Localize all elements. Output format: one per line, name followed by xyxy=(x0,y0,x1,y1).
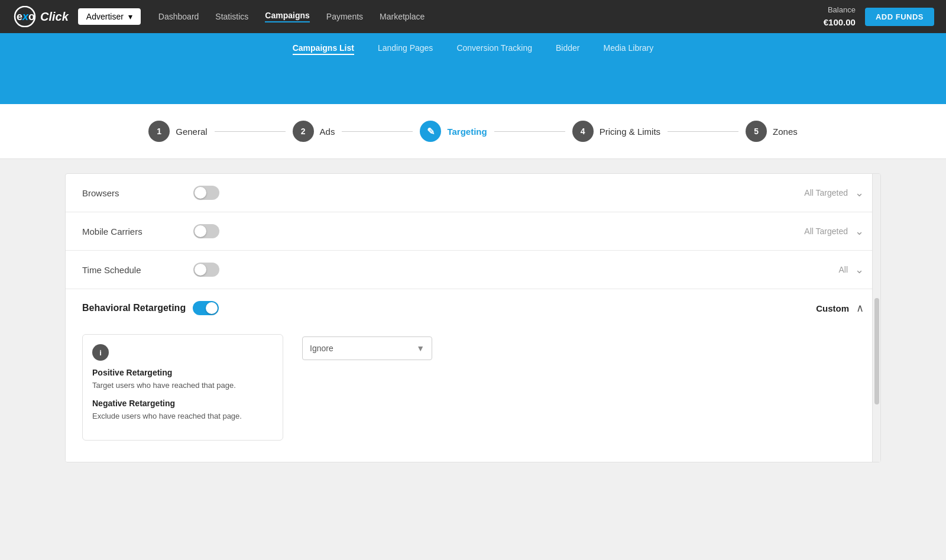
mobile-carriers-section: Mobile Carriers All Targeted ⌄ xyxy=(66,212,880,251)
balance-area: Balance €100.00 xyxy=(824,5,856,28)
advertiser-dropdown-button[interactable]: Advertiser ▾ xyxy=(78,8,141,25)
mobile-carriers-toggle[interactable] xyxy=(193,224,219,238)
header-blue-area xyxy=(0,63,946,104)
sub-navigation: Campaigns List Landing Pages Conversion … xyxy=(0,33,946,63)
sub-nav-landing-pages[interactable]: Landing Pages xyxy=(378,41,433,55)
mobile-carriers-toggle-thumb xyxy=(195,225,206,237)
step-connector-3-4 xyxy=(494,131,565,132)
behavioral-toggle-thumb xyxy=(206,302,218,314)
balance-amount: €100.00 xyxy=(824,16,856,28)
time-schedule-status-text: All xyxy=(838,265,848,274)
svg-text:o: o xyxy=(28,11,35,22)
stepper-container: 1 General 2 Ads ✎ Targeting 4 Pricing & … xyxy=(0,104,946,159)
step-2-circle: 2 xyxy=(293,121,314,142)
step-4-circle: 4 xyxy=(572,121,594,142)
step-ads: 2 Ads xyxy=(293,121,335,142)
time-schedule-toggle-thumb xyxy=(195,264,206,276)
browsers-label: Browsers xyxy=(82,188,189,198)
step-connector-4-5 xyxy=(668,131,738,132)
step-5-circle: 5 xyxy=(746,121,767,142)
svg-text:e: e xyxy=(17,11,22,22)
nav-payments[interactable]: Payments xyxy=(326,12,363,21)
time-schedule-toggle-track[interactable] xyxy=(193,263,219,277)
behavioral-toggle-track[interactable] xyxy=(193,301,219,315)
browsers-toggle[interactable] xyxy=(193,186,219,200)
positive-retargeting-title: Positive Retargeting xyxy=(92,368,273,377)
retargeting-dropdown-container: Ignore ▼ xyxy=(302,334,432,360)
nav-marketplace[interactable]: Marketplace xyxy=(380,12,425,21)
browsers-section: Browsers All Targeted ⌄ xyxy=(66,174,880,212)
logo: e x o Click xyxy=(12,6,69,27)
browsers-toggle-thumb xyxy=(195,187,206,199)
time-schedule-toggle[interactable] xyxy=(193,263,219,277)
time-schedule-label: Time Schedule xyxy=(82,265,189,275)
add-funds-button[interactable]: ADD FUNDS xyxy=(865,8,934,26)
behavioral-retargeting-header: Behavioral Retargeting Custom ∧ xyxy=(82,301,864,315)
time-schedule-section: Time Schedule All ⌄ xyxy=(66,251,880,289)
step-zones: 5 Zones xyxy=(746,121,798,142)
behavioral-toggle[interactable] xyxy=(193,301,219,315)
mobile-carriers-label: Mobile Carriers xyxy=(82,226,189,237)
negative-retargeting-title: Negative Retargeting xyxy=(92,399,273,408)
logo-icon: e x o xyxy=(12,6,38,27)
step-1-label: General xyxy=(176,127,207,137)
main-nav-links: Dashboard Statistics Campaigns Payments … xyxy=(158,11,824,22)
step-connector-1-2 xyxy=(215,131,286,132)
sub-nav-media-library[interactable]: Media Library xyxy=(603,41,653,55)
step-2-label: Ads xyxy=(320,127,335,137)
mobile-carriers-toggle-track[interactable] xyxy=(193,224,219,238)
browsers-status-text: All Targeted xyxy=(804,188,848,198)
behavioral-custom-label: Custom xyxy=(816,303,849,313)
dropdown-arrow-icon: ▾ xyxy=(128,12,132,21)
top-navigation: e x o Click Advertiser ▾ Dashboard Stati… xyxy=(0,0,946,33)
mobile-carriers-right: All Targeted ⌄ xyxy=(804,225,864,238)
mobile-carriers-chevron-icon[interactable]: ⌄ xyxy=(855,225,864,238)
retargeting-dropdown-value: Ignore xyxy=(310,344,333,353)
step-3-circle: ✎ xyxy=(420,121,441,142)
step-1-circle: 1 xyxy=(148,121,170,142)
campaign-stepper: 1 General 2 Ads ✎ Targeting 4 Pricing & … xyxy=(148,121,798,142)
nav-campaigns[interactable]: Campaigns xyxy=(265,11,309,22)
balance-label: Balance xyxy=(824,5,856,15)
nav-dashboard[interactable]: Dashboard xyxy=(158,12,199,21)
step-general: 1 General xyxy=(148,121,207,142)
advertiser-label: Advertiser xyxy=(86,12,124,21)
step-4-label: Pricing & Limits xyxy=(600,127,660,137)
behavioral-retargeting-section: Behavioral Retargeting Custom ∧ i Positi… xyxy=(66,289,880,462)
main-content-area: Browsers All Targeted ⌄ Mobile Carriers … xyxy=(65,173,881,462)
step-3-label: Targeting xyxy=(447,127,487,137)
time-schedule-right: All ⌄ xyxy=(838,263,864,276)
logo-text: Click xyxy=(40,10,69,24)
sub-nav-conversion-tracking[interactable]: Conversion Tracking xyxy=(456,41,532,55)
browsers-chevron-icon[interactable]: ⌄ xyxy=(855,186,864,199)
sub-nav-campaigns-list[interactable]: Campaigns List xyxy=(293,41,354,55)
nav-right-area: Balance €100.00 ADD FUNDS xyxy=(824,5,934,28)
scrollbar-track[interactable] xyxy=(872,174,880,462)
scrollbar-thumb[interactable] xyxy=(874,298,879,404)
nav-statistics[interactable]: Statistics xyxy=(215,12,248,21)
positive-retargeting-desc: Target users who have reached that page. xyxy=(92,380,273,391)
behavioral-chevron-up-icon[interactable]: ∧ xyxy=(856,302,864,315)
time-schedule-chevron-icon[interactable]: ⌄ xyxy=(855,263,864,276)
step-pricing-limits: 4 Pricing & Limits xyxy=(572,121,660,142)
browsers-right: All Targeted ⌄ xyxy=(804,186,864,199)
browsers-toggle-track[interactable] xyxy=(193,186,219,200)
retargeting-dropdown[interactable]: Ignore ▼ xyxy=(302,336,432,360)
dropdown-chevron-icon: ▼ xyxy=(416,344,425,353)
info-icon: i xyxy=(92,344,109,361)
step-5-label: Zones xyxy=(773,127,798,137)
negative-retargeting-desc: Exclude users who have reached that page… xyxy=(92,410,273,422)
step-targeting: ✎ Targeting xyxy=(420,121,487,142)
behavioral-retargeting-title: Behavioral Retargeting xyxy=(82,303,186,313)
sub-nav-bidder[interactable]: Bidder xyxy=(556,41,579,55)
step-connector-2-3 xyxy=(342,131,413,132)
mobile-carriers-status-text: All Targeted xyxy=(804,226,848,236)
behavioral-right-area: Custom ∧ xyxy=(816,302,864,315)
retargeting-content: i Positive Retargeting Target users who … xyxy=(82,329,864,450)
retargeting-info-card: i Positive Retargeting Target users who … xyxy=(82,334,283,441)
